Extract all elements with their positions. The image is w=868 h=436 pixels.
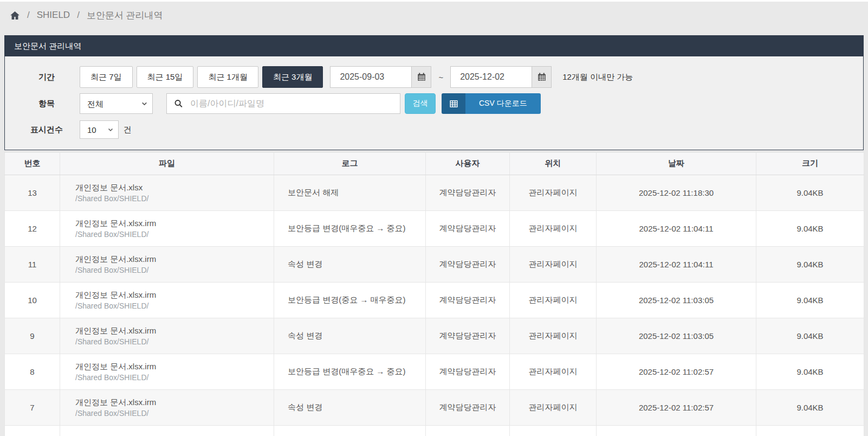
row-user: 계약담당관리자	[426, 175, 510, 211]
search-input[interactable]	[166, 93, 400, 114]
category-select[interactable]: 전체	[80, 93, 153, 114]
row-log: 보안등급 변경(중요 → 매우중요)	[274, 283, 426, 318]
row-log-text: 보안등급 변경(매우중요 → 중요)	[288, 223, 406, 233]
row-size: 9.04KB	[756, 175, 864, 211]
row-file-cell: 개인정보 문서.xlsx.irm/Shared Box/SHIELD/	[60, 211, 274, 247]
filter-row-category: 항목 전체 검색	[14, 93, 854, 114]
row-log: 속성 변경	[274, 247, 426, 283]
category-select-wrap: 전체	[80, 93, 153, 114]
panel-title: 보안문서 관리내역	[14, 41, 81, 52]
date-from-group	[330, 66, 431, 88]
table-row: 8개인정보 문서.xlsx.irm/Shared Box/SHIELD/보안등급…	[5, 354, 864, 390]
row-date: 2025-12-02 11:03:05	[597, 318, 756, 354]
row-location: 관리자페이지	[510, 318, 597, 354]
filter-row-page-size: 표시건수 10 건	[14, 120, 854, 139]
row-size-text: 9.04KB	[796, 296, 823, 305]
calendar-icon[interactable]	[532, 66, 552, 88]
file-path: /Shared Box/SHIELD/	[75, 265, 274, 276]
row-log-text: 속성 변경	[288, 402, 322, 412]
table-header-row: 번호파일로그사용자위치날짜크기	[5, 152, 864, 175]
period-button[interactable]: 최근 15일	[137, 66, 194, 88]
row-location: 관리자페이지	[510, 283, 597, 318]
row-size-text: 9.04KB	[796, 188, 823, 197]
row-number: 10	[5, 283, 60, 318]
row-size: 9.04KB	[756, 318, 864, 354]
file-path: /Shared Box/SHIELD/	[75, 337, 274, 348]
row-log: 보안문서 해제	[274, 175, 426, 211]
file-name: 개인정보 문서.xlsx.irm	[75, 288, 274, 301]
row-file-cell: 개인정보 문서.xlsx.irm/Shared Box/SHIELD/	[60, 318, 274, 354]
panel-body: 기간 최근 7일최근 15일최근 1개월최근 3개월	[5, 56, 863, 150]
file-name: 개인정보 문서.xlsx.irm	[75, 253, 274, 265]
file-name: 개인정보 문서.xlsx.irm	[75, 360, 274, 373]
row-date-text: 2025-12-02 11:04:11	[639, 260, 713, 269]
period-limit-note: 12개월 이내만 가능	[562, 72, 633, 82]
row-number-text: 10	[28, 296, 37, 305]
row-location-text: 관리자페이지	[529, 188, 578, 197]
row-user-text: 계약담당관리자	[439, 188, 496, 197]
row-size: 9.04KB	[756, 211, 864, 247]
row-date: 2025-12-02 11:04:11	[597, 211, 756, 247]
csv-download-button[interactable]: CSV 다운로드	[442, 93, 541, 114]
column-header: 크기	[756, 152, 864, 175]
breadcrumb-separator: /	[77, 10, 80, 21]
empty-cell	[510, 426, 597, 436]
table-row: 13개인정보 문서.xlsx/Shared Box/SHIELD/보안문서 해제…	[5, 175, 864, 211]
table-row: 11개인정보 문서.xlsx.irm/Shared Box/SHIELD/속성 …	[5, 247, 864, 283]
row-user: 계약담당관리자	[426, 390, 510, 426]
row-user: 계약담당관리자	[426, 283, 510, 318]
search-button[interactable]: 검색	[405, 93, 436, 114]
row-location-text: 관리자페이지	[529, 367, 578, 376]
file-path: /Shared Box/SHIELD/	[75, 301, 274, 312]
breadcrumb-item-current: 보안문서 관리내역	[87, 9, 163, 22]
row-location-text: 관리자페이지	[529, 402, 578, 412]
row-size: 9.04KB	[756, 247, 864, 283]
date-from-input[interactable]	[330, 66, 411, 88]
column-header: 파일	[60, 152, 274, 175]
row-file-cell: 개인정보 문서.xlsx.irm/Shared Box/SHIELD/	[60, 390, 274, 426]
empty-cell	[756, 426, 864, 436]
file-name: 개인정보 문서.xlsx.irm	[75, 324, 274, 337]
file-path: /Shared Box/SHIELD/	[75, 229, 274, 240]
period-button[interactable]: 최근 7일	[80, 66, 133, 88]
page-size-select-wrap: 10	[80, 120, 119, 139]
empty-cell	[274, 426, 426, 436]
row-date: 2025-12-02 11:02:57	[597, 390, 756, 426]
row-log: 보안등급 변경(매우중요 → 중요)	[274, 211, 426, 247]
home-icon[interactable]	[10, 10, 20, 21]
row-size-text: 9.04KB	[796, 224, 823, 233]
table-row-partial	[5, 426, 864, 436]
breadcrumb-item-shield[interactable]: SHIELD	[37, 10, 70, 21]
filter-panel: 보안문서 관리내역 기간 최근 7일최근 15일최근 1개월최근 3개월	[4, 35, 864, 150]
row-date: 2025-12-02 11:02:57	[597, 354, 756, 390]
row-location: 관리자페이지	[510, 175, 597, 211]
period-button[interactable]: 최근 1개월	[197, 66, 258, 88]
period-button[interactable]: 최근 3개월	[262, 66, 323, 88]
file-name: 개인정보 문서.xlsx.irm	[75, 217, 274, 229]
log-table-body: 13개인정보 문서.xlsx/Shared Box/SHIELD/보안문서 해제…	[5, 175, 864, 436]
row-log-text: 속성 변경	[288, 331, 322, 340]
date-to-input[interactable]	[450, 66, 532, 88]
period-label: 기간	[14, 72, 80, 82]
row-size: 9.04KB	[756, 390, 864, 426]
row-location: 관리자페이지	[510, 390, 597, 426]
row-number-text: 9	[30, 331, 34, 341]
row-file-cell: 개인정보 문서.xlsx.irm/Shared Box/SHIELD/	[60, 247, 274, 283]
row-file-cell: 개인정보 문서.xlsx.irm/Shared Box/SHIELD/	[60, 283, 274, 318]
row-user: 계약담당관리자	[426, 318, 510, 354]
column-header: 사용자	[426, 152, 510, 175]
row-date: 2025-12-02 11:04:11	[597, 247, 756, 283]
page-size-unit: 건	[124, 125, 132, 135]
row-date-text: 2025-12-02 11:02:57	[639, 403, 714, 412]
row-size: 9.04KB	[756, 354, 864, 390]
row-location: 관리자페이지	[510, 211, 597, 247]
search-icon	[174, 99, 183, 108]
csv-download-label: CSV 다운로드	[465, 93, 541, 114]
row-size: 9.04KB	[756, 283, 864, 318]
row-log: 속성 변경	[274, 318, 426, 354]
table-row: 10개인정보 문서.xlsx.irm/Shared Box/SHIELD/보안등…	[5, 283, 864, 318]
row-log-text: 속성 변경	[288, 259, 322, 268]
row-user: 계약담당관리자	[426, 211, 510, 247]
calendar-icon[interactable]	[411, 66, 431, 88]
page-size-select[interactable]: 10	[80, 120, 119, 139]
